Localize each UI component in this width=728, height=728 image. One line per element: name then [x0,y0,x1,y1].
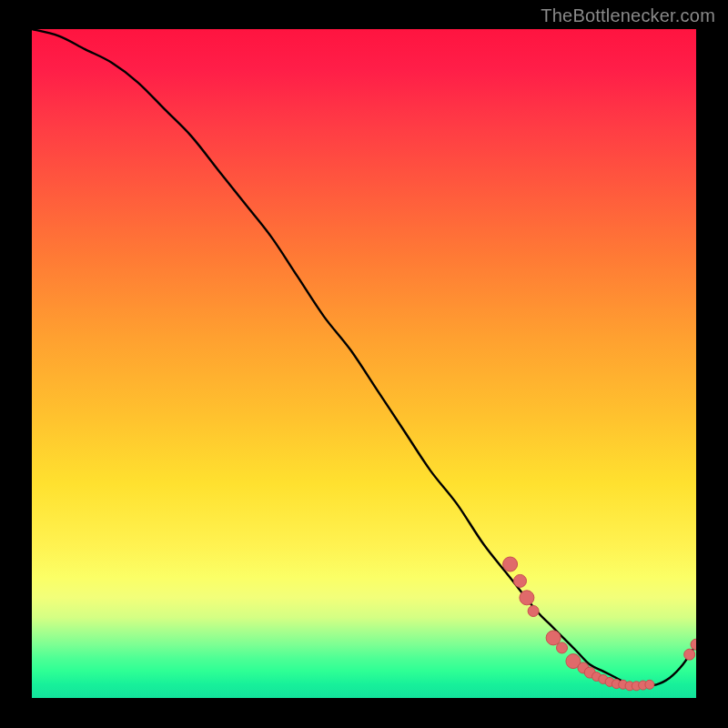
curve-marker [528,606,539,617]
curve-marker [546,631,561,645]
curve-marker [514,574,527,587]
curve-marker [503,557,518,571]
chart-container: TheBottlenecker.com [0,0,728,728]
plot-area [32,29,696,698]
curve-svg [32,29,696,698]
curve-marker [520,591,534,605]
bottleneck-curve [32,29,696,685]
curve-marker [684,649,695,660]
curve-marker [645,680,654,689]
curve-marker [557,642,568,653]
attribution-text: TheBottlenecker.com [541,5,715,26]
curve-marker [691,639,696,650]
plot [32,29,696,698]
